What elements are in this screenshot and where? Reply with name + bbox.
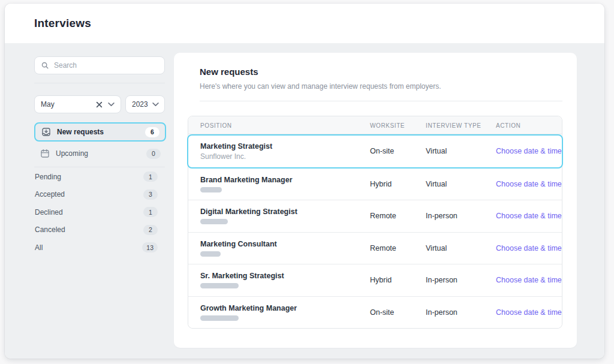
position-title: Marketing Strategist <box>200 142 272 151</box>
sidebar-item-label: Declined <box>35 208 143 216</box>
worksite-cell: Hybrid <box>370 264 392 296</box>
sidebar-item-label: Upcoming <box>56 149 140 158</box>
worksite-cell: On-site <box>370 136 394 167</box>
column-header-action: ACTION <box>496 116 520 134</box>
month-filter-select[interactable]: May <box>34 95 121 113</box>
choose-date-time-link[interactable]: Choose date & time <box>496 297 562 329</box>
position-cell: Growth Marketing Manager <box>200 304 297 321</box>
table-row[interactable]: Sr. Marketing Strategist Hybrid In-perso… <box>188 264 562 297</box>
sidebar: May 2023 <box>34 43 166 359</box>
company-placeholder <box>200 219 228 224</box>
page-title: Interviews <box>34 17 91 30</box>
chevron-down-icon[interactable] <box>152 102 159 107</box>
sidebar-item-pending[interactable]: Pending 1 <box>34 168 166 186</box>
interview-type-cell: In-person <box>426 200 458 232</box>
choose-date-time-link[interactable]: Choose date & time <box>496 200 562 232</box>
requests-table: POSITION WORKSITE INTERVIEW TYPE ACTION … <box>188 116 562 329</box>
column-header-position: POSITION <box>200 116 232 134</box>
position-title: Growth Marketing Manager <box>200 304 297 312</box>
position-cell: Sr. Marketing Strategist <box>200 272 284 288</box>
worksite-cell: Remote <box>370 233 396 264</box>
column-header-worksite: WORKSITE <box>370 116 405 134</box>
month-filter-value: May <box>41 100 91 109</box>
search-icon <box>41 61 49 70</box>
search-input[interactable] <box>54 61 158 70</box>
app-header: Interviews <box>5 4 604 43</box>
sidebar-item-accepted[interactable]: Accepted 3 <box>34 186 166 204</box>
year-filter-select[interactable]: 2023 <box>125 95 165 113</box>
interview-type-cell: In-person <box>426 264 458 296</box>
main-panel: New requests Here's where you can view a… <box>174 53 577 348</box>
sidebar-item-label: Accepted <box>35 190 143 198</box>
section-title: New requests <box>200 67 258 77</box>
sidebar-divider-bottom <box>34 167 165 167</box>
section-divider <box>200 101 562 101</box>
inbox-arrow-down-icon <box>41 127 51 137</box>
column-header-interview-type: INTERVIEW TYPE <box>426 116 481 134</box>
interview-type-cell: Virtual <box>426 233 447 264</box>
table-row[interactable]: Digital Marketing Strategist Remote In-p… <box>188 200 562 233</box>
position-title: Brand Marketing Manager <box>200 176 293 184</box>
choose-date-time-link[interactable]: Choose date & time <box>496 264 562 296</box>
choose-date-time-link[interactable]: Choose date & time <box>496 136 562 167</box>
content-area: May 2023 <box>5 43 604 359</box>
worksite-cell: Hybrid <box>370 169 392 200</box>
interview-type-cell: In-person <box>426 297 458 329</box>
company-placeholder <box>200 283 239 288</box>
position-cell: Brand Marketing Manager <box>200 176 293 192</box>
table-body: Marketing Strategist Sunflower Inc. On-s… <box>188 134 562 328</box>
table-row[interactable]: Growth Marketing Manager On-site In-pers… <box>188 297 562 329</box>
sidebar-item-new-requests[interactable]: New requests 6 <box>34 122 166 142</box>
position-cell: Digital Marketing Strategist <box>200 207 297 224</box>
sidebar-divider-top <box>34 83 165 83</box>
company-placeholder <box>200 187 222 192</box>
count-badge: 0 <box>146 149 161 159</box>
sidebar-item-label: New requests <box>57 128 139 136</box>
sidebar-item-canceled[interactable]: Canceled 2 <box>34 221 166 239</box>
choose-date-time-link[interactable]: Choose date & time <box>496 233 562 264</box>
count-badge: 2 <box>143 225 158 235</box>
search-box[interactable] <box>34 56 165 74</box>
count-badge: 6 <box>145 127 159 137</box>
table-header-row: POSITION WORKSITE INTERVIEW TYPE ACTION <box>188 116 562 134</box>
table-row[interactable]: Marketing Consultant Remote Virtual Choo… <box>188 233 562 265</box>
chevron-down-icon[interactable] <box>108 102 115 107</box>
sidebar-item-label: All <box>35 243 142 252</box>
sidebar-item-all[interactable]: All 13 <box>34 239 166 257</box>
position-title: Sr. Marketing Strategist <box>200 272 284 280</box>
app-window: Interviews May <box>5 4 604 359</box>
worksite-cell: Remote <box>370 200 396 232</box>
table-row[interactable]: Marketing Strategist Sunflower Inc. On-s… <box>187 134 563 169</box>
company-name: Sunflower Inc. <box>200 152 272 161</box>
count-badge: 1 <box>143 172 158 182</box>
position-title: Digital Marketing Strategist <box>200 207 297 216</box>
position-cell: Marketing Consultant <box>200 240 277 257</box>
clear-x-icon[interactable] <box>96 101 103 108</box>
sidebar-item-declined[interactable]: Declined 1 <box>34 203 166 221</box>
status-filter-list: Pending 1 Accepted 3 Declined 1 Canceled… <box>34 168 166 257</box>
choose-date-time-link[interactable]: Choose date & time <box>496 169 562 200</box>
interview-type-cell: Virtual <box>426 136 447 167</box>
count-badge: 1 <box>143 207 158 217</box>
company-placeholder <box>200 315 239 321</box>
section-subtitle: Here's where you can view and manage int… <box>200 82 441 91</box>
calendar-icon <box>40 149 50 158</box>
position-title: Marketing Consultant <box>200 240 277 248</box>
count-badge: 13 <box>142 242 158 252</box>
sidebar-item-label: Pending <box>35 173 143 181</box>
sidebar-item-label: Canceled <box>35 225 143 234</box>
interview-type-cell: Virtual <box>426 169 447 200</box>
count-badge: 3 <box>143 189 158 200</box>
table-row[interactable]: Brand Marketing Manager Hybrid Virtual C… <box>188 169 562 201</box>
position-cell: Marketing Strategist Sunflower Inc. <box>200 142 272 161</box>
year-filter-value: 2023 <box>132 100 148 109</box>
worksite-cell: On-site <box>370 297 394 329</box>
company-placeholder <box>200 251 221 257</box>
sidebar-item-upcoming[interactable]: Upcoming 0 <box>34 145 166 163</box>
